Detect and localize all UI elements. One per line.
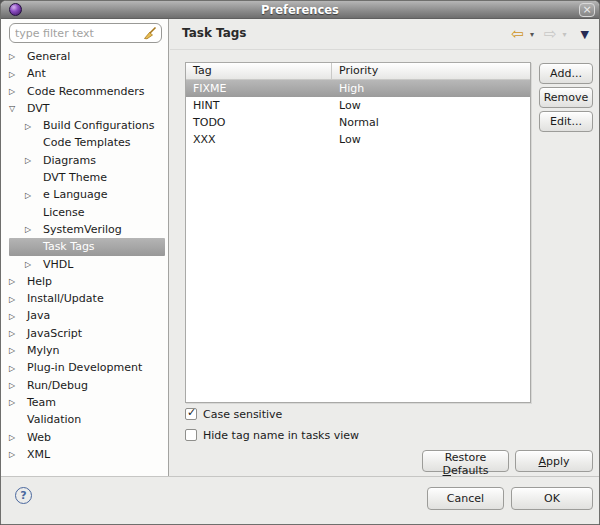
table-row[interactable]: HINTLow bbox=[186, 97, 530, 114]
tree-item[interactable]: Code Templates bbox=[9, 134, 165, 151]
tree-expander-icon[interactable]: ▷ bbox=[9, 342, 27, 359]
tree-expander-icon[interactable]: ▷ bbox=[25, 152, 43, 169]
tree-expander-icon[interactable]: ▷ bbox=[9, 83, 27, 100]
tree-item[interactable]: ▷e Language bbox=[9, 186, 165, 203]
table-body: FIXMEHighHINTLowTODONormalXXXLow bbox=[186, 80, 530, 148]
tree-item[interactable]: ▷Diagrams bbox=[9, 152, 165, 169]
forward-menu-chevron-icon: ▾ bbox=[563, 30, 567, 39]
checkbox-icon[interactable]: ✓ bbox=[185, 408, 197, 420]
tree-item[interactable]: DVT Theme bbox=[9, 169, 165, 186]
titlebar[interactable]: Preferences × bbox=[1, 1, 599, 19]
tree-item-label: Team bbox=[27, 396, 56, 409]
tree-item[interactable]: ▷Java bbox=[9, 307, 165, 324]
task-tags-page: Task Tags ⇦ ▾ ⇨ ▾ ▼ Tag Priority FIXMEHi… bbox=[170, 19, 599, 476]
tree-item[interactable]: ▷XML bbox=[9, 446, 165, 463]
forward-icon: ⇨ bbox=[544, 25, 557, 43]
help-icon[interactable]: ? bbox=[15, 487, 32, 504]
view-menu-icon[interactable]: ▼ bbox=[581, 28, 589, 41]
dialog-button-bar: ? Cancel OK bbox=[1, 476, 599, 524]
tree-item-label: Plug-in Development bbox=[27, 361, 142, 374]
case-sensitive-checkbox[interactable]: ✓ Case sensitive bbox=[185, 406, 282, 422]
table-row[interactable]: XXXLow bbox=[186, 131, 530, 148]
tag-cell: HINT bbox=[186, 97, 332, 114]
tree-item-label: Web bbox=[27, 431, 51, 444]
tree-item[interactable]: ▷Plug-in Development bbox=[9, 359, 165, 376]
tree-item[interactable]: ▷Run/Debug bbox=[9, 377, 165, 394]
close-icon[interactable]: × bbox=[579, 3, 595, 17]
tree-expander-icon[interactable]: ▷ bbox=[9, 273, 27, 290]
tree-item-label: Code Templates bbox=[43, 136, 131, 149]
tree-item[interactable]: Task Tags bbox=[9, 238, 165, 255]
tree-item-label: General bbox=[27, 50, 70, 63]
table-row[interactable]: FIXMEHigh bbox=[186, 80, 530, 97]
tree-expander-icon[interactable]: ▷ bbox=[9, 360, 27, 377]
cancel-button[interactable]: Cancel bbox=[427, 487, 504, 510]
tree-expander-icon[interactable]: ▷ bbox=[9, 291, 27, 308]
tree-expander-icon[interactable]: ▷ bbox=[9, 377, 27, 394]
remove-button[interactable]: Remove bbox=[539, 87, 593, 108]
tree-item-label: SystemVerilog bbox=[43, 223, 122, 236]
checkbox-icon[interactable] bbox=[185, 429, 197, 441]
tree-expander-icon[interactable]: ▷ bbox=[9, 66, 27, 83]
priority-cell: Low bbox=[332, 97, 530, 114]
priority-cell: Normal bbox=[332, 114, 530, 131]
tree-expander-icon[interactable]: ▷ bbox=[25, 256, 43, 273]
tree-expander-icon[interactable]: ▷ bbox=[9, 446, 27, 463]
tree-item[interactable]: ▷Install/Update bbox=[9, 290, 165, 307]
tag-cell: XXX bbox=[186, 131, 332, 148]
tree-item-label: Build Configurations bbox=[43, 119, 154, 132]
priority-cell: Low bbox=[332, 131, 530, 148]
tree-expander-icon[interactable]: ▷ bbox=[9, 429, 27, 446]
filter-field[interactable] bbox=[9, 23, 162, 43]
tree-item[interactable]: ▷General bbox=[9, 48, 165, 65]
tree-item[interactable]: Validation bbox=[9, 411, 165, 428]
tree-item[interactable]: ▷Code Recommenders bbox=[9, 83, 165, 100]
back-menu-chevron-icon[interactable]: ▾ bbox=[530, 30, 534, 39]
tree-expander-icon[interactable]: ▷ bbox=[9, 308, 27, 325]
clear-filter-icon[interactable] bbox=[143, 26, 157, 40]
tree-expander-icon[interactable]: ▷ bbox=[25, 118, 43, 135]
tree-item[interactable]: ▷Team bbox=[9, 394, 165, 411]
preferences-tree: ▷General▷Ant▷Code Recommenders▽DVT▷Build… bbox=[1, 48, 168, 476]
tree-expander-icon[interactable]: ▷ bbox=[9, 48, 27, 65]
tree-item[interactable]: ▷Mylyn bbox=[9, 342, 165, 359]
case-sensitive-label: Case sensitive bbox=[203, 408, 282, 421]
tree-expander-icon[interactable]: ▷ bbox=[9, 325, 27, 342]
tree-item[interactable]: ▷VHDL bbox=[9, 256, 165, 273]
tree-item[interactable]: ▷Ant bbox=[9, 65, 165, 82]
tree-expander-icon[interactable]: ▷ bbox=[25, 221, 43, 238]
table-row[interactable]: TODONormal bbox=[186, 114, 530, 131]
tree-expander-icon[interactable]: ▷ bbox=[9, 394, 27, 411]
ok-button[interactable]: OK bbox=[511, 487, 593, 510]
check-mark-icon: ✓ bbox=[187, 406, 196, 419]
tree-item[interactable]: ▷JavaScript bbox=[9, 325, 165, 342]
apply-button[interactable]: Apply bbox=[515, 450, 593, 472]
tree-expander-icon[interactable]: ▷ bbox=[25, 187, 43, 204]
tree-item-label: DVT Theme bbox=[43, 171, 107, 184]
back-icon[interactable]: ⇦ bbox=[511, 25, 524, 43]
tree-item-label: Help bbox=[27, 275, 52, 288]
restore-defaults-button[interactable]: Restore Defaults bbox=[422, 450, 509, 472]
tree-item[interactable]: ▷SystemVerilog bbox=[9, 221, 165, 238]
table-header[interactable]: Tag Priority bbox=[186, 63, 530, 80]
tree-item-label: Run/Debug bbox=[27, 379, 88, 392]
priority-cell: High bbox=[332, 80, 530, 97]
column-header-tag[interactable]: Tag bbox=[186, 63, 332, 79]
tree-item-label: XML bbox=[27, 448, 50, 461]
tree-item[interactable]: ▷Help bbox=[9, 273, 165, 290]
window-title: Preferences bbox=[261, 3, 339, 17]
tree-item[interactable]: ▽DVT bbox=[9, 100, 165, 117]
hide-tag-name-label: Hide tag name in tasks view bbox=[203, 429, 359, 442]
add-button[interactable]: Add... bbox=[539, 63, 593, 84]
tree-item[interactable]: License bbox=[9, 204, 165, 221]
tree-expander-icon[interactable]: ▽ bbox=[9, 100, 27, 117]
tree-item-label: VHDL bbox=[43, 258, 73, 271]
tree-item[interactable]: ▷Web bbox=[9, 429, 165, 446]
edit-button[interactable]: Edit... bbox=[539, 111, 593, 132]
tree-item[interactable]: ▷Build Configurations bbox=[9, 117, 165, 134]
filter-input[interactable] bbox=[15, 27, 143, 40]
hide-tag-name-checkbox[interactable]: Hide tag name in tasks view bbox=[185, 427, 359, 443]
column-header-priority[interactable]: Priority bbox=[332, 63, 530, 79]
tree-item-label: Code Recommenders bbox=[27, 85, 145, 98]
preferences-window: Preferences × ▷General▷Ant▷Code Recommen… bbox=[0, 0, 600, 525]
